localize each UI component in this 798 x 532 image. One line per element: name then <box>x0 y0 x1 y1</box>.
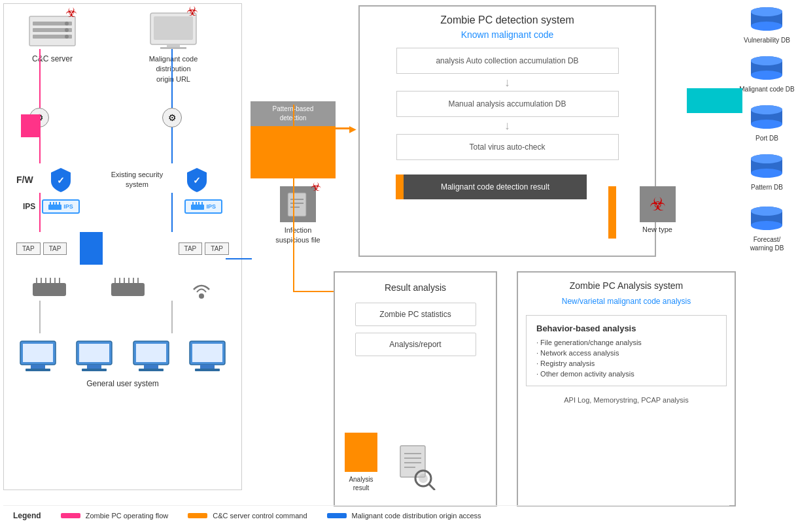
infection-label: Infectionsuspicious file <box>275 225 320 246</box>
computers-row <box>7 340 239 374</box>
vulnerability-db-label: Vulnerability DB <box>744 36 790 44</box>
computer-2-icon <box>75 340 113 374</box>
zombie-analysis-section: Zombie PC Analysis system New/varietal m… <box>517 271 736 507</box>
tap-4: TAP <box>205 242 229 255</box>
svg-rect-8 <box>154 16 193 40</box>
ips-box-2-label: IPS <box>206 203 216 210</box>
svg-rect-41 <box>26 369 50 371</box>
known-malignant-label: Known malignant code <box>360 29 655 40</box>
db-box-2: Manual analysis accumulation DB <box>396 91 619 117</box>
new-type-icon: ☣ <box>640 186 676 222</box>
svg-rect-52 <box>200 365 215 369</box>
line-switch-right <box>171 301 173 333</box>
svg-point-84 <box>751 221 782 230</box>
orange-arrow-head: ▶ <box>349 124 356 134</box>
behavior-item-2: · Network access analysis <box>536 349 716 357</box>
legend-item-blue: Malignant code distribution origin acces… <box>327 512 481 520</box>
behavior-title: Behavior-based analysis <box>536 324 716 333</box>
orange-v-line-top <box>293 105 294 160</box>
svg-rect-49 <box>139 369 164 371</box>
legend-color-orange <box>188 513 207 518</box>
biohazard-icon-malignant: ☣ <box>186 3 198 19</box>
svg-rect-39 <box>23 344 53 362</box>
infection-file: ☣ Infectionsuspicious file <box>251 186 345 246</box>
db-box-3-text: Total virus auto-check <box>469 142 545 152</box>
svg-rect-45 <box>82 369 107 371</box>
svg-text:✓: ✓ <box>57 175 65 186</box>
svg-rect-48 <box>144 365 158 369</box>
pink-line-2 <box>39 193 41 232</box>
detection-bar <box>396 175 404 199</box>
analysis-result-bar-group: Analysisresult <box>345 433 377 492</box>
new-type-orange-bar <box>608 186 616 239</box>
pattern-db: Pattern DB <box>739 154 795 191</box>
document-icon <box>397 444 436 492</box>
svg-point-76 <box>751 120 782 129</box>
main-diagram: ☣ C&C server ☣ Malignant codedistributio… <box>0 0 798 532</box>
svg-point-4 <box>65 22 69 25</box>
tap-3: TAP <box>179 242 203 255</box>
pink-line-cc <box>39 49 41 163</box>
pink-square <box>21 114 41 137</box>
arrow-1: ↓ <box>360 76 655 88</box>
ips-device-1: IPS <box>42 199 80 214</box>
svg-point-77 <box>751 105 782 114</box>
svg-point-85 <box>751 207 782 216</box>
port-db: Port DB <box>739 105 795 142</box>
svg-rect-44 <box>87 365 101 369</box>
tap-row: TAP TAP TAP TAP <box>10 232 235 265</box>
forecast-db-icon <box>749 206 785 232</box>
svg-rect-51 <box>192 344 222 362</box>
zombie-statistics-button[interactable]: Zombie PC statistics <box>355 303 476 326</box>
biohazard-infection-icon: ☣ <box>311 180 321 194</box>
new-varietal-label: New/varietal malignant code analysis <box>518 296 735 307</box>
tap-group-2: TAP TAP <box>179 242 229 255</box>
legend-label-orange: C&C server control command <box>213 512 307 520</box>
gear-icon-right: ⚙ <box>162 108 182 127</box>
svg-point-5 <box>65 28 69 32</box>
cc-server-label: C&C server <box>32 54 73 63</box>
blue-h-line-to-pattern <box>226 258 252 259</box>
orange-h-line <box>293 291 339 292</box>
result-analysis-section: Result analysis Zombie PC statistics Ana… <box>334 271 497 507</box>
general-user-label: General user system <box>7 379 239 388</box>
pattern-db-icon <box>749 154 785 180</box>
svg-point-73 <box>751 56 782 65</box>
svg-rect-10 <box>160 47 186 49</box>
zombie-detection-title: Zombie PC detection system <box>360 7 655 29</box>
db-box-2-text: Manual analysis accumulation DB <box>448 99 566 108</box>
svg-rect-40 <box>31 365 45 369</box>
ips-label: IPS <box>23 202 35 211</box>
svg-point-37 <box>199 293 204 299</box>
port-db-icon <box>749 105 785 131</box>
switch-1 <box>31 278 67 301</box>
tap-2: TAP <box>43 242 67 255</box>
legend-label: Legend <box>13 511 41 520</box>
svg-line-65 <box>429 484 434 490</box>
db-box-1: analysis Auto collection accumulation DB <box>396 48 619 74</box>
legend-color-pink <box>61 513 80 518</box>
blue-line-malignant <box>171 49 173 163</box>
ips-device-2-icon <box>191 202 204 211</box>
new-type-section: ☣ New type <box>618 186 697 233</box>
ips-device-2: IPS <box>184 199 222 214</box>
analysis-report-button[interactable]: Analysis/report <box>355 333 476 356</box>
computer-3-icon <box>132 340 170 374</box>
svg-rect-30 <box>111 283 145 296</box>
port-db-label: Port DB <box>755 134 778 142</box>
wireless-icon <box>188 278 215 301</box>
existing-security-label: Existing securitysystem <box>111 170 163 190</box>
switch-2 <box>110 278 146 301</box>
blue-rect-tap <box>80 232 103 265</box>
malignant-db-icon <box>749 56 785 82</box>
forecast-db-label: Forecast/warning DB <box>750 235 784 252</box>
forecast-db: Forecast/warning DB <box>739 206 795 252</box>
svg-rect-43 <box>79 344 109 362</box>
svg-rect-53 <box>195 369 220 371</box>
orange-v-line <box>293 160 294 291</box>
detection-result-label: Malignant code detection result <box>441 181 549 193</box>
biohazard-icon-cc: ☣ <box>65 5 77 20</box>
analysis-result-bar <box>345 433 377 472</box>
analysis-result-area: Analysisresult <box>345 433 436 492</box>
tap-1: TAP <box>16 242 41 255</box>
